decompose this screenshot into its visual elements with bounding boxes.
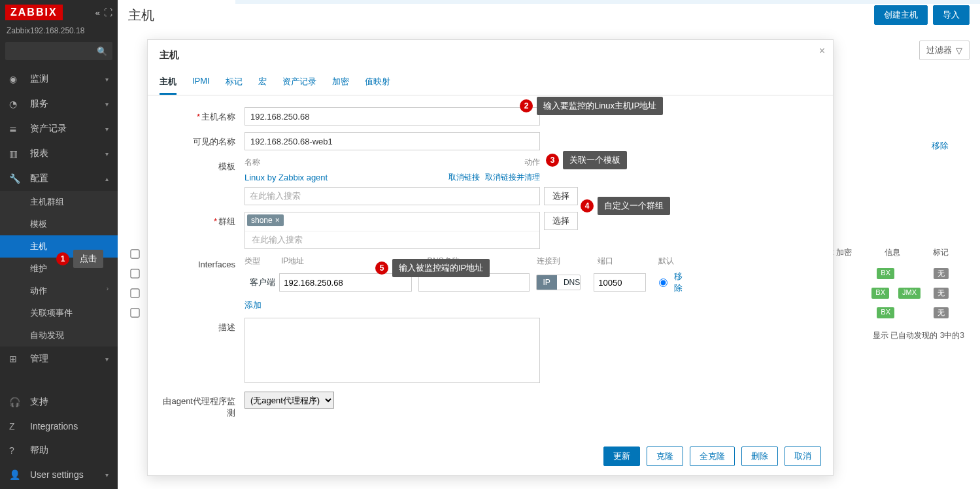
label-interfaces: Interfaces (198, 260, 235, 269)
group-tag-label: shone (251, 216, 273, 225)
create-host-button[interactable]: 创建主机 (874, 5, 928, 25)
description-textarea[interactable] (245, 318, 540, 383)
sidebar-search[interactable]: 🔍 (5, 42, 112, 60)
tab-tags[interactable]: 标记 (226, 71, 243, 95)
nav-label: 监测 (30, 73, 48, 85)
host-name-input[interactable] (245, 107, 540, 126)
annotation-num-3: 3 (546, 154, 559, 167)
if-port-input[interactable] (594, 273, 646, 292)
template-select-button[interactable]: 选择 (544, 187, 578, 205)
tab-host[interactable]: 主机 (160, 71, 177, 95)
nav-label: 服务 (30, 98, 48, 110)
nav-monitoring[interactable]: ◉ 监测 ▾ (0, 67, 118, 92)
tab-encryption[interactable]: 加密 (332, 71, 349, 95)
nav-config-sub: 主机群组 模板 主机 维护 动作 › 关联项事件 自动发现 (0, 191, 118, 346)
label-description: 描述 (218, 322, 235, 332)
label-host-name: 主机名称 (201, 112, 235, 122)
placeholder: 在此输入搜索 (249, 235, 303, 244)
sub-discovery[interactable]: 自动发现 (0, 324, 118, 346)
conn-ip[interactable]: IP (537, 275, 557, 290)
proxy-select[interactable]: (无agent代理程序) (245, 392, 334, 409)
conn-dns[interactable]: DNS (557, 275, 581, 290)
fullscreen-icon[interactable]: ⛶ (104, 8, 112, 18)
row-checkbox[interactable] (130, 308, 139, 317)
nav-inventory[interactable]: ≣ 资产记录 ▾ (0, 116, 118, 141)
sub-templates[interactable]: 模板 (0, 213, 118, 235)
annotation-label-1: 点击 (73, 250, 103, 268)
tab-macros[interactable]: 宏 (258, 71, 267, 95)
sub-actions[interactable]: 动作 › (0, 280, 118, 302)
delete-button[interactable]: 删除 (741, 447, 778, 466)
row-checkbox[interactable] (130, 249, 139, 258)
template-linked[interactable]: Linux by Zabbix agent (245, 173, 448, 182)
tab-inventory[interactable]: 资产记录 (282, 71, 316, 95)
nav-label: 资产记录 (30, 123, 67, 135)
nav-reports[interactable]: ▥ 报表 ▾ (0, 141, 118, 166)
full-clone-button[interactable]: 全克隆 (690, 447, 735, 466)
nav-user-settings[interactable]: 👤 User settings ▾ (0, 463, 118, 486)
nav-support[interactable]: 🎧 支持 (0, 390, 118, 414)
nav-config[interactable]: 🔧 配置 ▴ (0, 166, 118, 191)
chevron-down-icon: ▾ (105, 150, 109, 158)
close-icon[interactable]: × (819, 45, 825, 57)
nav-help[interactable]: ? 帮助 (0, 438, 118, 463)
group-select-button[interactable]: 选择 (544, 212, 578, 230)
nav-services[interactable]: ◔ 服务 ▾ (0, 92, 118, 116)
update-button[interactable]: 更新 (603, 447, 640, 466)
chevron-down-icon: ▾ (105, 126, 109, 133)
chart-icon: ▥ (9, 148, 22, 159)
annotation-num-4: 4 (581, 199, 594, 212)
jmx-badge: JMX (898, 288, 921, 299)
group-tag[interactable]: shone × (247, 214, 284, 226)
chevron-down-icon: ▾ (105, 356, 109, 363)
remove-link-bg[interactable]: 移除 (932, 140, 949, 152)
groups-multiselect[interactable]: shone × 在此输入搜索 (245, 212, 540, 249)
zabbix-logo: ZABBIX (5, 5, 63, 20)
row-checkbox[interactable] (130, 269, 139, 278)
nav-label: 配置 (30, 173, 48, 184)
search-icon: 🔍 (97, 46, 107, 56)
filter-button[interactable]: 过滤器 ▽ (919, 41, 970, 60)
tab-ipmi[interactable]: IPMI (192, 71, 210, 95)
nav-label: 报表 (30, 148, 48, 160)
discover-summary: 显示 已自动发现的 3中的3 (873, 330, 964, 341)
unlink-clear-link[interactable]: 取消链接并清理 (485, 172, 540, 183)
encryption-none: 无 (934, 307, 949, 318)
nav-integrations[interactable]: Z Integrations (0, 414, 118, 438)
nav-label: 管理 (30, 353, 48, 365)
sub-label: 动作 (30, 285, 47, 297)
filter-label: 过滤器 (926, 44, 952, 56)
label-templates: 模板 (218, 161, 235, 171)
label-visible-name: 可见的名称 (193, 137, 235, 146)
annotation-num-1: 1 (56, 252, 69, 265)
if-remove-link[interactable]: 移除 (674, 271, 689, 294)
row-checkbox[interactable] (130, 288, 139, 297)
sub-correlation[interactable]: 关联项事件 (0, 302, 118, 324)
chevron-down-icon: ▾ (105, 76, 109, 83)
if-head-default: 默认 (658, 256, 689, 267)
tab-valuemaps[interactable]: 值映射 (365, 71, 390, 95)
encryption-none: 无 (934, 288, 949, 299)
server-label: Zabbix192.168.250.18 (0, 25, 118, 39)
clone-button[interactable]: 克隆 (647, 447, 683, 466)
if-default-radio[interactable] (659, 278, 667, 287)
col-info: 信息 (885, 247, 900, 258)
unlink-link[interactable]: 取消链接 (448, 172, 480, 183)
template-search[interactable]: 在此输入搜索 (245, 187, 540, 205)
wrench-icon: 🔧 (9, 173, 22, 184)
visible-name-input[interactable] (245, 132, 540, 150)
add-interface-link[interactable]: 添加 (245, 299, 262, 311)
collapse-icon[interactable]: « (95, 8, 100, 18)
zbx-badge: BX (871, 288, 889, 299)
cancel-button[interactable]: 取消 (785, 447, 821, 466)
placeholder: 在此输入搜索 (247, 190, 301, 202)
headset-icon: 🎧 (9, 397, 22, 407)
annotation-label-3: 关联一个模板 (563, 151, 627, 169)
sub-hostgroups[interactable]: 主机群组 (0, 191, 118, 213)
nav-admin[interactable]: ⊞ 管理 ▾ (0, 346, 118, 371)
conn-toggle[interactable]: IP DNS (536, 275, 581, 290)
remove-tag-icon[interactable]: × (275, 216, 280, 225)
nav-label: 支持 (30, 396, 48, 408)
label-proxy: 由agent代理程序监测 (163, 396, 235, 418)
import-button[interactable]: 导入 (933, 5, 970, 25)
